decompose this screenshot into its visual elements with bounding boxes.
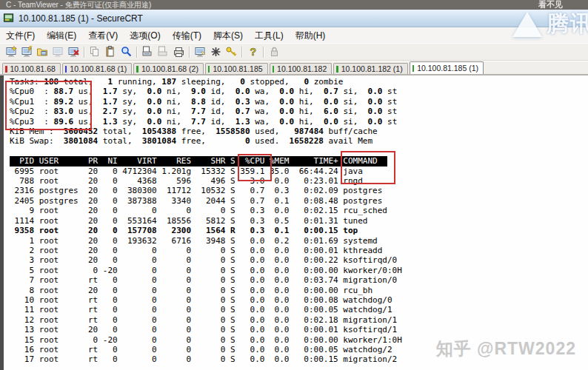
process-row-pid-1: 1 root 20 0 193632 6716 3948 S 0.0 0.2 0… <box>10 236 588 246</box>
menu-item-5[interactable]: 脚本(S) <box>207 30 249 42</box>
disconnect-icon[interactable] <box>66 45 81 58</box>
tab-status-indicator <box>273 66 275 73</box>
toolbar-separator <box>189 47 190 58</box>
process-row-pid-1114: 1114 root 20 0 553164 18556 5812 S 0.3 0… <box>10 216 588 226</box>
session-tab-2[interactable]: 10.100.81.68 (2) <box>133 63 204 74</box>
process-row-pid-9358: 9358 root 20 0 157708 2300 1564 R 0.3 0.… <box>10 226 588 235</box>
session-tab-5[interactable]: 10.100.81.182 (1) <box>333 63 407 74</box>
toolbar-separator <box>136 47 138 58</box>
session-tab-6[interactable]: 10.100.81.185 (1) <box>410 61 484 74</box>
menu-item-7[interactable]: 帮助(H) <box>290 30 332 42</box>
securecrt-title-bar[interactable]: 10.100.81.185 (1) - SecureCRT <box>0 10 588 27</box>
tab-status-indicator <box>336 66 338 73</box>
tab-label: 10.100.81.185 <box>213 64 262 73</box>
tab-status-indicator <box>136 66 138 73</box>
connect-in-tab-icon[interactable] <box>35 45 50 58</box>
session-tab-3[interactable]: 10.100.81.185 <box>205 63 268 74</box>
process-row-pid-11: 11 root rt 0 0 0 0 S 0.0 0.0 0:00.05 wat… <box>10 305 588 314</box>
print-eject-icon[interactable] <box>156 45 171 58</box>
process-row-pid-5: 5 root 0 -20 0 0 0 S 0.0 0.0 0:00.00 kwo… <box>10 266 588 275</box>
toolbar-separator <box>84 47 85 58</box>
teamviewer-title-text: C - TeamViewer - 免费许可证(仅非商业用途) <box>6 1 151 9</box>
terminal-area[interactable]: Tasks: 188 total, 1 running, 187 sleepin… <box>0 75 588 370</box>
paste-icon[interactable] <box>103 45 118 58</box>
process-table-header: PID USER PR NI VIRT RES SHR S %CPU %MEM … <box>10 156 387 166</box>
process-row-pid-8: 8 root 20 0 0 0 0 S 0.0 0.0 0:00.00 rcu_… <box>10 286 588 295</box>
tab-label: 10.100.81.185 (1) <box>417 64 478 73</box>
reconnect-icon[interactable] <box>50 45 66 58</box>
connect-icon[interactable] <box>4 45 19 58</box>
session-tab-1[interactable]: 10.100.81.68 (1) <box>62 63 133 74</box>
summary-line-0: Tasks: 188 total, 1 running, 187 sleepin… <box>10 77 588 87</box>
key-icon[interactable] <box>224 45 239 58</box>
svg-text:?: ? <box>250 46 257 58</box>
tab-status-indicator <box>412 65 415 72</box>
quick-connect-icon[interactable] <box>19 45 35 58</box>
properties-icon[interactable] <box>193 45 208 58</box>
teamviewer-title-bar[interactable]: C - TeamViewer - 免费许可证(仅非商业用途) <box>0 0 588 10</box>
tab-label: 10.100.81.68 (2) <box>141 64 198 73</box>
process-row-pid-13: 13 root 20 0 0 0 0 S 0.0 0.0 0:00.01 kso… <box>10 325 588 334</box>
summary-line-4: %Cpu3 : 89.6 us, 1.3 sy, 0.0 ni, 7.7 id,… <box>10 117 588 127</box>
summary-line-5: KiB Mem : 3600452 total, 1054388 free, 1… <box>10 127 588 136</box>
session-tab-4[interactable]: 10.100.81.182 <box>270 63 333 74</box>
find-icon[interactable] <box>118 45 134 58</box>
securecrt-app-icon <box>3 13 15 24</box>
tab-label: 10.100.81.68 <box>10 64 56 73</box>
menu-item-6[interactable]: 工具(L) <box>249 30 290 42</box>
tab-label: 10.100.81.68 (1) <box>70 64 127 73</box>
print-icon[interactable] <box>171 45 187 58</box>
tencent-logo-icon <box>512 12 542 37</box>
tab-bar: 10.100.81.6810.100.81.68 (1)10.100.81.68… <box>0 61 588 75</box>
screen: C - TeamViewer - 免费许可证(仅非商业用途) 看不见 10.10… <box>0 0 588 370</box>
tencent-video-watermark: 腾讯 <box>512 9 588 39</box>
tab-status-indicator <box>5 66 7 73</box>
tab-label: 10.100.81.182 (1) <box>341 64 403 73</box>
tencent-logo-text: 腾讯 <box>547 9 588 39</box>
summary-line-3: %Cpu2 : 83.0 us, 2.7 sy, 0.0 ni, 7.7 id,… <box>10 107 588 116</box>
process-row-pid-9: 9 root 20 0 0 0 0 S 0.3 0.0 0:02.15 rcu_… <box>10 206 588 215</box>
toolbar: ? <box>0 43 588 61</box>
menu-item-1[interactable]: 编辑(E) <box>41 30 82 42</box>
menu-item-2[interactable]: 查看(V) <box>82 30 124 42</box>
process-row-pid-7: 7 root rt 0 0 0 0 S 0.0 0.0 0:03.74 migr… <box>10 275 588 285</box>
print-preview-icon[interactable] <box>140 45 156 58</box>
help-icon[interactable]: ? <box>245 45 261 58</box>
menu-item-4[interactable]: 传输(T) <box>167 30 207 42</box>
tab-label: 10.100.81.182 <box>277 64 327 73</box>
process-row-pid-12: 12 root rt 0 0 0 0 S 0.0 0.0 0:02.18 mig… <box>10 315 588 325</box>
process-table-header-line: PID USER PR NI VIRT RES SHR S %CPU %MEM … <box>10 156 588 166</box>
menu-bar: 文件(F)编辑(E)查看(V)选项(O)传输(T)脚本(S)工具(L)帮助(H) <box>0 28 588 43</box>
session-options-icon[interactable] <box>208 45 224 58</box>
lock-icon[interactable] <box>267 45 282 58</box>
process-row-pid-788: 788 root 20 0 4368 596 496 S 3.0 0.0 0:2… <box>10 176 588 186</box>
tab-status-indicator <box>65 66 67 73</box>
toolbar-separator <box>263 47 264 58</box>
summary-line-1: %Cpu0 : 88.7 us, 1.7 sy, 0.0 ni, 9.0 id,… <box>10 87 588 96</box>
process-row-pid-2405: 2405 postgres 20 0 387388 3340 2044 S 0.… <box>10 196 588 206</box>
process-row-pid-10: 10 root rt 0 0 0 0 S 0.0 0.0 0:00.08 wat… <box>10 295 588 305</box>
blank-line <box>10 147 588 156</box>
copy-icon[interactable] <box>87 45 103 58</box>
zhihu-watermark: 知乎 @RTW2022 <box>436 337 576 360</box>
process-row-pid-2: 2 root 20 0 0 0 0 S 0.0 0.0 0:00.01 kthr… <box>10 246 588 255</box>
process-row-pid-3: 3 root 20 0 0 0 0 S 0.0 0.0 0:00.22 ksof… <box>10 255 588 265</box>
process-row-pid-2316: 2316 postgres 20 0 380300 11712 10532 S … <box>10 186 588 195</box>
summary-line-2: %Cpu1 : 89.2 us, 1.7 sy, 0.0 ni, 8.8 id,… <box>10 97 588 107</box>
summary-line-6: KiB Swap: 3801084 total, 3801084 free, 0… <box>10 136 588 146</box>
window-title: 10.100.81.185 (1) - SecureCRT <box>19 13 143 24</box>
menu-item-0[interactable]: 文件(F) <box>0 30 41 42</box>
tab-status-indicator <box>208 66 210 73</box>
session-tab-0[interactable]: 10.100.81.68 <box>2 63 61 74</box>
toolbar-separator <box>241 47 243 58</box>
terminal-output: Tasks: 188 total, 1 running, 187 sleepin… <box>10 77 588 365</box>
menu-item-3[interactable]: 选项(O) <box>124 30 166 42</box>
process-row-pid-6995: 6995 root 20 0 4712304 1.201g 15332 S 35… <box>10 166 588 176</box>
